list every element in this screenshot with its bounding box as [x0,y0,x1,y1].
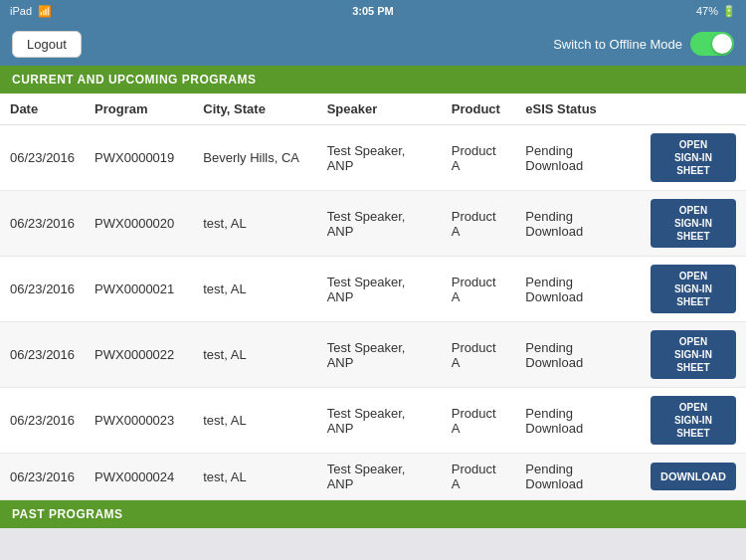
cell-city: Beverly Hills, CA [193,125,316,191]
current-programs-header: CURRENT AND UPCOMING PROGRAMS [0,66,746,93]
cell-speaker: Test Speaker, ANP [317,322,442,388]
cell-program: PWX0000021 [85,257,193,322]
open-sign-in-button[interactable]: OPENSIGN-IN SHEET [651,396,736,445]
table-row: 06/23/2016PWX0000019Beverly Hills, CATes… [0,125,746,191]
col-header-action [641,93,746,125]
open-sign-in-button[interactable]: OPENSIGN-IN SHEET [651,199,736,248]
status-time: 3:05 PM [352,5,394,17]
battery-icon: 🔋 [722,5,736,18]
col-header-date: Date [0,93,85,125]
device-label: iPad [10,5,32,17]
bottom-area [0,528,746,560]
cell-product: Product A [442,191,516,257]
toolbar: Logout Switch to Offline Mode [0,22,746,66]
cell-program: PWX0000023 [85,388,193,454]
cell-product: Product A [442,322,516,388]
cell-date: 06/23/2016 [0,388,85,454]
table-row: 06/23/2016PWX0000020test, ALTest Speaker… [0,191,746,257]
cell-esis: Pending Download [515,125,641,191]
programs-table: Date Program City, State Speaker Product… [0,93,746,500]
cell-product: Product A [442,257,516,322]
col-header-program: Program [85,93,193,125]
cell-action: OPENSIGN-IN SHEET [641,322,746,388]
cell-program: PWX0000019 [85,125,193,191]
cell-speaker: Test Speaker, ANP [317,191,442,257]
cell-esis: Pending Download [515,191,641,257]
cell-action: OPENSIGN-IN SHEET [641,125,746,191]
cell-city: test, AL [193,257,316,322]
cell-program: PWX0000022 [85,322,193,388]
cell-city: test, AL [193,322,316,388]
cell-speaker: Test Speaker, ANP [317,125,442,191]
status-bar: iPad 📶 3:05 PM 47% 🔋 [0,0,746,22]
status-left: iPad 📶 [10,5,52,18]
cell-speaker: Test Speaker, ANP [317,388,442,454]
cell-date: 06/23/2016 [0,257,85,322]
table-row: 06/23/2016PWX0000022test, ALTest Speaker… [0,322,746,388]
battery-text: 47% [696,5,718,17]
table-row: 06/23/2016PWX0000024test, ALTest Speaker… [0,454,746,500]
cell-date: 06/23/2016 [0,454,85,500]
cell-action: DOWNLOAD [641,454,746,500]
cell-action: OPENSIGN-IN SHEET [641,191,746,257]
col-header-city: City, State [193,93,316,125]
cell-esis: Pending Download [515,322,641,388]
col-header-product: Product [442,93,516,125]
download-button[interactable]: DOWNLOAD [651,463,736,490]
table-row: 06/23/2016PWX0000023test, ALTest Speaker… [0,388,746,454]
cell-product: Product A [442,125,516,191]
cell-program: PWX0000024 [85,454,193,500]
wifi-icon: 📶 [38,5,52,18]
logout-button[interactable]: Logout [12,31,82,58]
cell-product: Product A [442,388,516,454]
cell-date: 06/23/2016 [0,125,85,191]
cell-city: test, AL [193,388,316,454]
cell-speaker: Test Speaker, ANP [317,454,442,500]
cell-product: Product A [442,454,516,500]
cell-action: OPENSIGN-IN SHEET [641,388,746,454]
offline-mode-toggle[interactable] [690,32,734,56]
cell-date: 06/23/2016 [0,191,85,257]
col-header-esis: eSIS Status [515,93,641,125]
offline-mode-container: Switch to Offline Mode [553,32,734,56]
cell-speaker: Test Speaker, ANP [317,257,442,322]
status-right: 47% 🔋 [696,5,736,18]
offline-mode-label: Switch to Offline Mode [553,37,682,52]
table-header-row: Date Program City, State Speaker Product… [0,93,746,125]
cell-date: 06/23/2016 [0,322,85,388]
col-header-speaker: Speaker [317,93,442,125]
cell-esis: Pending Download [515,454,641,500]
cell-city: test, AL [193,191,316,257]
cell-esis: Pending Download [515,388,641,454]
cell-program: PWX0000020 [85,191,193,257]
table-row: 06/23/2016PWX0000021test, ALTest Speaker… [0,257,746,322]
cell-city: test, AL [193,454,316,500]
open-sign-in-button[interactable]: OPENSIGN-IN SHEET [651,133,736,182]
open-sign-in-button[interactable]: OPENSIGN-IN SHEET [651,265,736,313]
cell-action: OPENSIGN-IN SHEET [641,257,746,322]
open-sign-in-button[interactable]: OPENSIGN-IN SHEET [651,330,736,379]
past-programs-header: PAST PROGRAMS [0,500,746,528]
cell-esis: Pending Download [515,257,641,322]
